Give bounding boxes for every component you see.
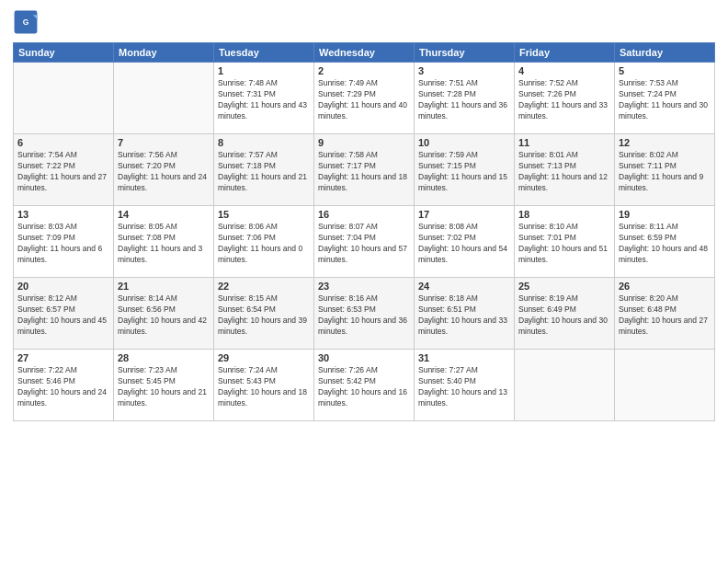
info-line: Sunset: 5:40 PM	[418, 376, 510, 387]
day-info: Sunrise: 7:57 AMSunset: 7:18 PMDaylight:…	[218, 150, 310, 194]
info-line: Daylight: 10 hours and 48 minutes.	[619, 244, 711, 266]
day-number: 15	[218, 209, 310, 220]
info-line: Sunrise: 7:22 AM	[17, 365, 109, 376]
day-header-thursday: Thursday	[415, 43, 515, 63]
calendar-table: SundayMondayTuesdayWednesdayThursdayFrid…	[13, 42, 715, 421]
info-line: Daylight: 10 hours and 27 minutes.	[619, 316, 711, 338]
day-number: 22	[218, 281, 310, 292]
info-line: Daylight: 10 hours and 39 minutes.	[218, 316, 310, 338]
calendar-cell	[14, 63, 114, 134]
info-line: Daylight: 11 hours and 3 minutes.	[118, 244, 210, 266]
day-number: 23	[318, 281, 410, 292]
info-line: Sunrise: 8:15 AM	[218, 293, 310, 304]
header: G	[13, 9, 715, 35]
day-number: 6	[17, 137, 109, 148]
info-line: Daylight: 11 hours and 12 minutes.	[518, 172, 610, 194]
calendar-cell: 7Sunrise: 7:56 AMSunset: 7:20 PMDaylight…	[114, 134, 214, 206]
day-number: 26	[619, 281, 711, 292]
week-row-5: 27Sunrise: 7:22 AMSunset: 5:46 PMDayligh…	[14, 350, 715, 421]
info-line: Sunset: 7:24 PM	[619, 89, 711, 100]
calendar-cell: 14Sunrise: 8:05 AMSunset: 7:08 PMDayligh…	[114, 206, 214, 278]
day-info: Sunrise: 8:08 AMSunset: 7:02 PMDaylight:…	[418, 222, 510, 266]
calendar-cell: 25Sunrise: 8:19 AMSunset: 6:49 PMDayligh…	[515, 278, 615, 350]
info-line: Sunset: 7:01 PM	[518, 233, 610, 244]
info-line: Sunset: 6:59 PM	[619, 233, 711, 244]
info-line: Sunrise: 8:06 AM	[218, 222, 310, 233]
info-line: Sunrise: 7:57 AM	[218, 150, 310, 161]
info-line: Sunset: 7:17 PM	[318, 161, 410, 172]
day-number: 2	[318, 65, 410, 76]
day-number: 3	[418, 65, 510, 76]
info-line: Sunset: 7:31 PM	[218, 89, 310, 100]
day-number: 24	[418, 281, 510, 292]
day-number: 20	[17, 281, 109, 292]
day-number: 21	[118, 281, 210, 292]
info-line: Sunrise: 7:53 AM	[619, 78, 711, 89]
info-line: Daylight: 11 hours and 9 minutes.	[619, 172, 711, 194]
info-line: Daylight: 10 hours and 57 minutes.	[318, 244, 410, 266]
info-line: Sunset: 6:53 PM	[318, 304, 410, 316]
day-number: 4	[518, 65, 610, 76]
calendar-cell: 17Sunrise: 8:08 AMSunset: 7:02 PMDayligh…	[415, 206, 515, 278]
calendar-cell: 27Sunrise: 7:22 AMSunset: 5:46 PMDayligh…	[14, 350, 114, 421]
info-line: Daylight: 11 hours and 21 minutes.	[218, 172, 310, 194]
info-line: Sunrise: 7:24 AM	[218, 365, 310, 376]
day-info: Sunrise: 8:16 AMSunset: 6:53 PMDaylight:…	[318, 293, 410, 338]
calendar-page: G SundayMondayTuesdayWednesdayThursdayFr…	[0, 0, 728, 563]
day-info: Sunrise: 8:02 AMSunset: 7:11 PMDaylight:…	[619, 150, 711, 194]
day-info: Sunrise: 7:52 AMSunset: 7:26 PMDaylight:…	[518, 78, 610, 122]
calendar-cell: 3Sunrise: 7:51 AMSunset: 7:28 PMDaylight…	[415, 63, 515, 134]
day-header-tuesday: Tuesday	[214, 43, 314, 63]
info-line: Sunrise: 8:20 AM	[619, 293, 711, 304]
calendar-cell: 22Sunrise: 8:15 AMSunset: 6:54 PMDayligh…	[214, 278, 314, 350]
logo-icon: G	[13, 9, 39, 35]
info-line: Sunrise: 7:26 AM	[318, 365, 410, 376]
day-info: Sunrise: 8:03 AMSunset: 7:09 PMDaylight:…	[17, 222, 109, 266]
calendar-cell: 19Sunrise: 8:11 AMSunset: 6:59 PMDayligh…	[615, 206, 715, 278]
day-header-monday: Monday	[114, 43, 214, 63]
info-line: Sunset: 6:54 PM	[218, 304, 310, 316]
info-line: Sunrise: 7:54 AM	[17, 150, 109, 161]
info-line: Daylight: 10 hours and 36 minutes.	[318, 316, 410, 338]
info-line: Daylight: 11 hours and 36 minutes.	[418, 100, 510, 122]
day-info: Sunrise: 8:11 AMSunset: 6:59 PMDaylight:…	[619, 222, 711, 266]
day-info: Sunrise: 7:27 AMSunset: 5:40 PMDaylight:…	[418, 365, 510, 409]
info-line: Sunrise: 8:07 AM	[318, 222, 410, 233]
day-header-saturday: Saturday	[615, 43, 715, 63]
calendar-cell: 5Sunrise: 7:53 AMSunset: 7:24 PMDaylight…	[615, 63, 715, 134]
info-line: Sunrise: 8:01 AM	[518, 150, 610, 161]
info-line: Daylight: 11 hours and 24 minutes.	[118, 172, 210, 194]
calendar-cell: 4Sunrise: 7:52 AMSunset: 7:26 PMDaylight…	[515, 63, 615, 134]
day-info: Sunrise: 8:20 AMSunset: 6:48 PMDaylight:…	[619, 293, 711, 338]
day-number: 7	[118, 137, 210, 148]
calendar-cell: 10Sunrise: 7:59 AMSunset: 7:15 PMDayligh…	[415, 134, 515, 206]
day-number: 10	[418, 137, 510, 148]
day-header-wednesday: Wednesday	[314, 43, 415, 63]
day-number: 19	[619, 209, 711, 220]
day-number: 25	[518, 281, 610, 292]
info-line: Daylight: 10 hours and 42 minutes.	[118, 316, 210, 338]
day-info: Sunrise: 7:49 AMSunset: 7:29 PMDaylight:…	[318, 78, 410, 122]
info-line: Daylight: 11 hours and 43 minutes.	[218, 100, 310, 122]
info-line: Daylight: 10 hours and 21 minutes.	[118, 387, 210, 409]
calendar-cell: 11Sunrise: 8:01 AMSunset: 7:13 PMDayligh…	[515, 134, 615, 206]
day-info: Sunrise: 8:14 AMSunset: 6:56 PMDaylight:…	[118, 293, 210, 338]
info-line: Sunrise: 8:19 AM	[518, 293, 610, 304]
info-line: Daylight: 11 hours and 6 minutes.	[17, 244, 109, 266]
info-line: Sunset: 6:57 PM	[17, 304, 109, 316]
day-header-sunday: Sunday	[14, 43, 114, 63]
calendar-cell: 30Sunrise: 7:26 AMSunset: 5:42 PMDayligh…	[314, 350, 415, 421]
info-line: Sunrise: 8:16 AM	[318, 293, 410, 304]
calendar-cell: 18Sunrise: 8:10 AMSunset: 7:01 PMDayligh…	[515, 206, 615, 278]
day-info: Sunrise: 7:51 AMSunset: 7:28 PMDaylight:…	[418, 78, 510, 122]
calendar-cell: 24Sunrise: 8:18 AMSunset: 6:51 PMDayligh…	[415, 278, 515, 350]
info-line: Daylight: 10 hours and 24 minutes.	[17, 387, 109, 409]
week-row-2: 6Sunrise: 7:54 AMSunset: 7:22 PMDaylight…	[14, 134, 715, 206]
calendar-cell	[515, 350, 615, 421]
info-line: Sunset: 7:11 PM	[619, 161, 711, 172]
info-line: Sunset: 7:29 PM	[318, 89, 410, 100]
day-info: Sunrise: 7:23 AMSunset: 5:45 PMDaylight:…	[118, 365, 210, 409]
day-info: Sunrise: 8:19 AMSunset: 6:49 PMDaylight:…	[518, 293, 610, 338]
info-line: Sunset: 7:04 PM	[318, 233, 410, 244]
info-line: Sunrise: 7:27 AM	[418, 365, 510, 376]
